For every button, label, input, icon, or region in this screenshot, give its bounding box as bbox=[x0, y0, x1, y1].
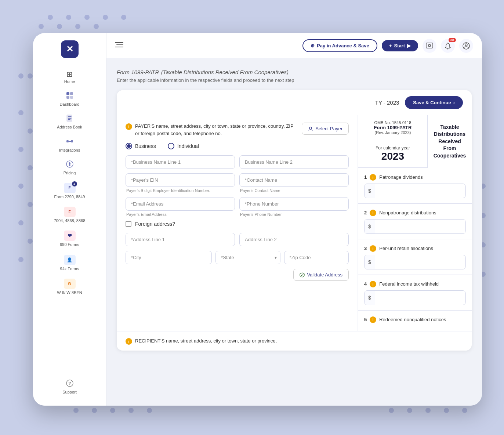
field-1-input[interactable] bbox=[375, 185, 465, 197]
business-name-1-input[interactable] bbox=[126, 155, 235, 169]
notifications-button[interactable]: 38 bbox=[441, 39, 455, 53]
individual-radio[interactable]: Individual bbox=[168, 143, 199, 149]
field-1-header: 1 i Patronage dividends bbox=[364, 173, 466, 181]
field-1-input-row: $ bbox=[364, 184, 466, 198]
validate-address-button[interactable]: Validate Address bbox=[293, 269, 349, 281]
user-profile-button[interactable] bbox=[459, 39, 473, 53]
address-line2-group bbox=[239, 233, 349, 246]
omb-revision: (Rev. January 2023) bbox=[364, 130, 421, 135]
form-card-header: TY - 2023 Save & Continue › bbox=[117, 90, 472, 115]
svg-rect-20 bbox=[426, 43, 433, 48]
city-group bbox=[126, 251, 212, 264]
field-1-info-icon: i bbox=[370, 174, 376, 181]
form990-icon: ❤ bbox=[64, 231, 76, 241]
address-line1-input[interactable] bbox=[126, 233, 235, 246]
sidebar-item-address-book[interactable]: Address Book bbox=[33, 110, 106, 133]
individual-radio-btn[interactable] bbox=[168, 143, 174, 149]
recipient-section: i RECIPIENT'S name, street address, city… bbox=[117, 331, 472, 351]
foreign-address-checkbox[interactable] bbox=[126, 221, 131, 227]
save-continue-button[interactable]: Save & Continue › bbox=[405, 96, 463, 109]
page-content: Form 1099-PATR (Taxable Distributions Re… bbox=[106, 59, 482, 406]
field-2-input[interactable] bbox=[375, 221, 465, 232]
field-2-number: 2 bbox=[364, 210, 367, 215]
field-4-section: 4 i Federal income tax withheld $ bbox=[358, 275, 472, 311]
user-icon bbox=[308, 126, 313, 131]
contact-name-input[interactable] bbox=[239, 173, 349, 187]
form2290-icon: F 2 bbox=[64, 183, 76, 193]
address-lines-row bbox=[126, 233, 349, 246]
address-line2-input[interactable] bbox=[239, 233, 349, 246]
form-left: i PAYER'S name, street address, city or … bbox=[117, 115, 358, 331]
field-1-number: 1 bbox=[364, 174, 367, 180]
business-name-2-input[interactable] bbox=[239, 155, 349, 169]
field-4-number: 4 bbox=[364, 281, 367, 287]
city-input[interactable] bbox=[126, 251, 212, 264]
field-2-info-icon: i bbox=[370, 210, 376, 216]
field-3-number: 3 bbox=[364, 246, 367, 251]
sidebar-item-form990[interactable]: ❤ 990 Forms bbox=[33, 227, 106, 251]
select-payer-button[interactable]: Select Payer bbox=[302, 123, 349, 135]
field-5-info-icon: i bbox=[370, 316, 376, 323]
pricing-icon bbox=[66, 160, 74, 169]
svg-point-25 bbox=[309, 127, 312, 129]
omb-form-title: Taxable Distributions Received From Coop… bbox=[428, 115, 472, 168]
field-3-label: Per-unit retain allocations bbox=[379, 246, 433, 251]
field-4-label: Federal income tax withheld bbox=[379, 281, 439, 287]
zip-input[interactable] bbox=[284, 251, 349, 264]
svg-point-22 bbox=[447, 48, 449, 49]
sidebar-item-dashboard[interactable]: Dashboard bbox=[33, 88, 106, 110]
field-5-section: 5 i Redeemed nonqualified notices bbox=[358, 311, 472, 331]
svg-rect-1 bbox=[70, 92, 73, 95]
sidebar-item-pricing[interactable]: Pricing bbox=[33, 156, 106, 179]
dashboard-icon bbox=[66, 91, 74, 101]
svg-rect-0 bbox=[66, 92, 69, 95]
phone-input[interactable] bbox=[239, 197, 349, 211]
business-name-row bbox=[126, 155, 349, 169]
sidebar-item-home[interactable]: ⊞ Home bbox=[33, 67, 106, 88]
sidebar: ✕ ⊞ Home Dashboard bbox=[33, 33, 106, 406]
app-logo[interactable]: ✕ bbox=[61, 40, 79, 58]
phone-hint: Payer's Phone Number bbox=[239, 212, 349, 217]
sidebar-item-form94x[interactable]: 👤 94x Forms bbox=[33, 251, 106, 275]
pay-advance-button[interactable]: ⊕ Pay in Advance & Save bbox=[302, 39, 377, 52]
field-2-header: 2 i Nonpatronage distributions bbox=[364, 209, 466, 216]
zip-group bbox=[284, 251, 349, 264]
sidebar-item-support[interactable]: ? Support bbox=[33, 376, 106, 398]
form7004-icon: F bbox=[64, 207, 76, 217]
sidebar-item-form7004[interactable]: F 7004, 4868, 8868 bbox=[33, 203, 106, 227]
start-button[interactable]: + Start ▶ bbox=[382, 40, 418, 51]
user-settings-button[interactable] bbox=[423, 39, 436, 53]
sidebar-item-formw9[interactable]: W W-9/ W-8BEN bbox=[33, 275, 106, 299]
field-4-header: 4 i Federal income tax withheld bbox=[364, 280, 466, 287]
play-icon: ▶ bbox=[407, 43, 411, 48]
plus-icon: + bbox=[389, 43, 392, 48]
business-radio[interactable]: Business bbox=[126, 143, 156, 149]
business-individual-radio-group: Business Individual bbox=[126, 143, 349, 149]
page-subtitle: Enter the applicable information in the … bbox=[117, 77, 472, 83]
field-3-input[interactable] bbox=[375, 257, 465, 268]
menu-icon[interactable] bbox=[115, 42, 123, 50]
payer-section-text: PAYER'S name, street address, city or to… bbox=[135, 123, 296, 137]
field-4-input[interactable] bbox=[375, 292, 465, 304]
field-3-dollar-sign: $ bbox=[365, 255, 375, 269]
state-select[interactable]: *State ALAKAZCA TXNYFL bbox=[215, 251, 280, 264]
sidebar-item-integrations[interactable]: Integrations bbox=[33, 134, 106, 156]
topbar: ⊕ Pay in Advance & Save + Start ▶ 3 bbox=[106, 33, 482, 59]
field-1-section: 1 i Patronage dividends $ bbox=[358, 168, 472, 204]
sidebar-item-form2290[interactable]: F 2 Form 2290, 8849 bbox=[33, 179, 106, 203]
field-1-label: Patronage dividends bbox=[379, 174, 423, 180]
field-4-info-icon: i bbox=[370, 281, 376, 287]
content-area: ⊕ Pay in Advance & Save + Start ▶ 3 bbox=[106, 33, 482, 406]
email-input[interactable] bbox=[126, 197, 235, 211]
state-group: *State ALAKAZCA TXNYFL ▾ bbox=[215, 251, 280, 264]
foreign-address-row: Foreign address? bbox=[126, 221, 349, 227]
omb-calendar-label: For calendar year bbox=[364, 145, 421, 151]
field-3-section: 3 i Per-unit retain allocations $ bbox=[358, 239, 472, 275]
formw9-icon: W bbox=[64, 279, 76, 289]
ein-input[interactable] bbox=[126, 173, 235, 187]
address-line1-group bbox=[126, 233, 235, 246]
svg-text:?: ? bbox=[68, 381, 71, 386]
foreign-address-label: Foreign address? bbox=[135, 221, 175, 227]
email-group: Payer's Email Address bbox=[126, 197, 235, 217]
business-radio-btn[interactable] bbox=[126, 143, 132, 149]
